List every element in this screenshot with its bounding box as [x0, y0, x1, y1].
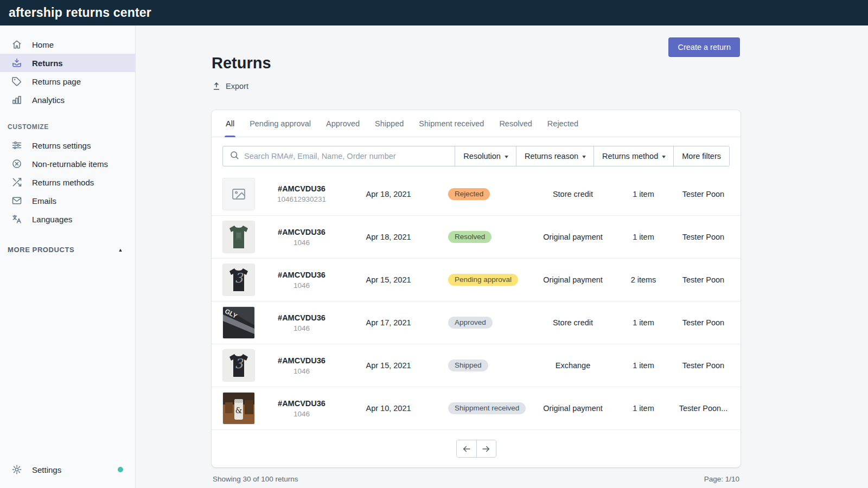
product-thumbnail [222, 221, 255, 253]
search-input[interactable] [244, 152, 448, 160]
export-button[interactable]: Export [212, 81, 248, 92]
order-number: 1046 [264, 281, 340, 290]
table-row[interactable]: 3#AMCVDU361046Apr 15, 2021Pending approv… [212, 258, 741, 301]
tab-pending-approval[interactable]: Pending approval [242, 110, 318, 137]
product-thumbnail [222, 178, 255, 210]
sidebar-item-returns-page[interactable]: Returns page [0, 72, 135, 91]
customer-name: Tester Poon... [671, 404, 741, 413]
customize-heading: CUSTOMIZE [0, 123, 135, 131]
svg-text:&: & [235, 406, 242, 415]
sidebar-item-home[interactable]: Home [0, 35, 135, 54]
sidebar-item-label: Returns page [32, 77, 81, 86]
table-row[interactable]: 3#AMCVDU361046Apr 15, 2021ShippedExchang… [212, 344, 741, 387]
returns-list: #AMCVDU36104612930231Apr 18, 2021Rejecte… [212, 172, 741, 429]
status-badge: Pending approval [448, 274, 518, 286]
svg-text:3: 3 [234, 356, 244, 371]
return-date: Apr 15, 2021 [340, 275, 437, 284]
sidebar-item-label: Languages [32, 215, 72, 224]
sidebar-item-settings[interactable]: Settings [0, 460, 135, 479]
gear-icon [11, 464, 23, 476]
filter-returns-method[interactable]: Returns method▾ [593, 146, 673, 166]
sidebar-item-languages[interactable]: Languages [0, 210, 135, 228]
sidebar-item-returns-methods[interactable]: Returns methods [0, 173, 135, 191]
sidebar-item-returns-settings[interactable]: Returns settings [0, 136, 135, 155]
customer-name: Tester Poon [671, 318, 741, 327]
envelope-icon [11, 195, 23, 207]
items-count: 1 item [616, 361, 671, 370]
page-title: Returns [212, 55, 741, 71]
status-badge: Rejected [448, 188, 490, 200]
sidebar-item-non-returnable-items[interactable]: Non-returnable items [0, 155, 135, 173]
order-number: 1046 [264, 239, 340, 247]
product-thumbnail: & [222, 392, 255, 425]
analytics-icon [11, 94, 23, 106]
order-number: 1046 [264, 324, 340, 332]
tab-shipped[interactable]: Shipped [367, 110, 411, 137]
sidebar-item-emails[interactable]: Emails [0, 191, 135, 210]
items-count: 1 item [616, 233, 671, 241]
product-thumbnail: 3 [222, 349, 255, 382]
return-date: Apr 10, 2021 [340, 404, 437, 413]
table-row[interactable]: #AMCVDU36104612930231Apr 18, 2021Rejecte… [212, 172, 741, 215]
status-badge: Shippment received [448, 402, 526, 414]
filter-resolution[interactable]: Resolution▾ [455, 146, 516, 166]
rma-number: #AMCVDU36 [264, 228, 340, 236]
tab-shipment-received[interactable]: Shipment received [411, 110, 492, 137]
previous-page-button[interactable] [457, 440, 476, 457]
status-tabs: AllPending approvalApprovedShippedShipme… [212, 110, 741, 137]
chevron-up-icon: ▲ [118, 247, 123, 253]
sidebar-item-label: Returns settings [32, 141, 91, 150]
product-thumbnail: 3 [222, 264, 255, 296]
return-date: Apr 18, 2021 [340, 233, 437, 241]
sidebar-item-analytics[interactable]: Analytics [0, 91, 135, 109]
sidebar-item-label: Analytics [32, 95, 65, 105]
rma-number: #AMCVDU36 [264, 399, 340, 408]
return-date: Apr 18, 2021 [340, 190, 437, 198]
status-badge: Approved [448, 317, 493, 329]
tab-all[interactable]: All [218, 110, 242, 137]
resolution-value: Exchange [529, 361, 616, 370]
table-row[interactable]: GLY#AMCVDU361046Apr 17, 2021ApprovedStor… [212, 301, 741, 344]
more-products-toggle[interactable]: MORE PRODUCTS ▲ [0, 246, 135, 254]
customer-name: Tester Poon [671, 361, 741, 370]
rma-number: #AMCVDU36 [264, 313, 340, 322]
chevron-down-icon: ▾ [505, 153, 508, 159]
table-row[interactable]: #AMCVDU361046Apr 18, 2021ResolvedOrigina… [212, 215, 741, 258]
items-count: 1 item [616, 404, 671, 413]
more-filters-button[interactable]: More filters [673, 146, 729, 166]
svg-text:3: 3 [234, 271, 244, 286]
sidebar: HomeReturnsReturns pageAnalytics CUSTOMI… [0, 25, 136, 488]
sidebar-customize-nav: Returns settingsNon-returnable itemsRetu… [0, 136, 135, 228]
resolution-value: Store credit [529, 318, 616, 327]
tab-rejected[interactable]: Rejected [540, 110, 586, 137]
product-thumbnail: GLY [222, 306, 255, 339]
search-field[interactable] [223, 146, 455, 166]
status-badge: Shipped [448, 359, 488, 371]
customer-name: Tester Poon [671, 275, 741, 284]
status-badge: Resolved [448, 231, 492, 243]
main-area: Returns Export Create a return AllPendin… [136, 25, 868, 488]
translate-icon [11, 213, 23, 225]
sidebar-item-returns[interactable]: Returns [0, 54, 135, 72]
return-date: Apr 17, 2021 [340, 318, 437, 327]
filter-returns-reason[interactable]: Returns reason▾ [516, 146, 593, 166]
order-number: 1046 [264, 367, 340, 375]
rma-number: #AMCVDU36 [264, 271, 340, 279]
order-number: 104612930231 [264, 195, 340, 203]
filter-bar: Resolution▾Returns reason▾Returns method… [212, 137, 741, 172]
table-row[interactable]: &#AMCVDU361046Apr 10, 2021Shippment rece… [212, 387, 741, 429]
export-label: Export [226, 82, 248, 91]
sidebar-item-label: Non-returnable items [32, 159, 108, 169]
return-date: Apr 15, 2021 [340, 361, 437, 370]
create-return-button[interactable]: Create a return [668, 37, 740, 57]
resolution-value: Original payment [529, 233, 616, 241]
sidebar-item-label: Emails [32, 196, 56, 206]
tab-resolved[interactable]: Resolved [492, 110, 539, 137]
resolution-value: Original payment [529, 275, 616, 284]
chevron-down-icon: ▾ [582, 153, 586, 159]
tab-approved[interactable]: Approved [318, 110, 367, 137]
search-icon [229, 150, 239, 162]
next-page-button[interactable] [476, 440, 496, 457]
showing-count: Showing 30 of 100 returns [213, 475, 298, 483]
customer-name: Tester Poon [671, 190, 741, 198]
